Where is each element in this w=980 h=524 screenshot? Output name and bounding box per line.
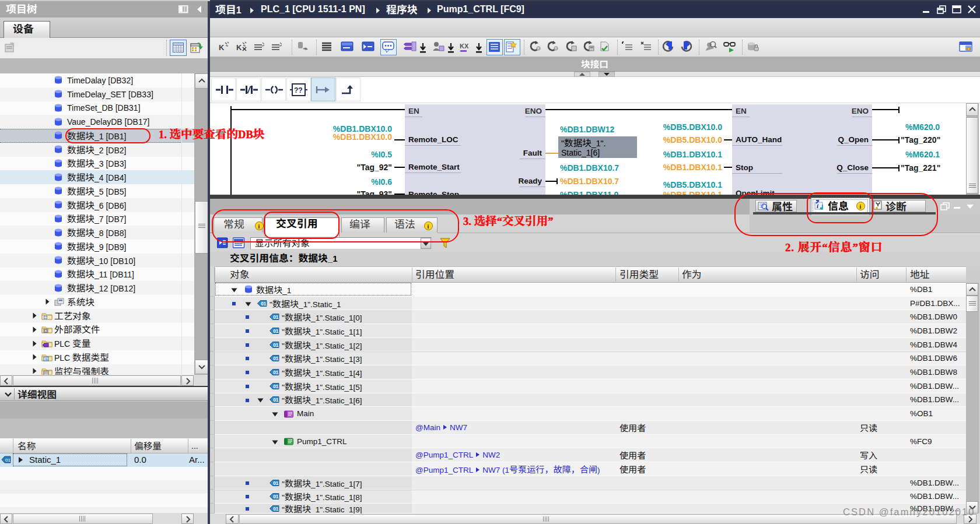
svg-text:01: 01 [261, 301, 267, 307]
svg-text:01: 01 [273, 356, 279, 361]
svg-text:IE: IE [45, 357, 48, 361]
svg-text:01: 01 [273, 507, 279, 512]
svg-text:01: 01 [273, 384, 279, 389]
svg-text:??: ?? [294, 86, 303, 94]
svg-text:01: 01 [273, 329, 279, 334]
svg-text:K: K [236, 43, 242, 52]
svg-text:01: 01 [273, 398, 279, 403]
svg-text:KX: KX [460, 43, 469, 50]
svg-text:01: 01 [273, 370, 279, 375]
svg-text:01: 01 [273, 343, 279, 348]
svg-text:K: K [219, 43, 225, 52]
svg-text:01: 01 [273, 494, 279, 500]
svg-text:01: 01 [5, 458, 10, 463]
svg-text:01: 01 [273, 315, 279, 320]
svg-text:01: 01 [273, 481, 279, 486]
